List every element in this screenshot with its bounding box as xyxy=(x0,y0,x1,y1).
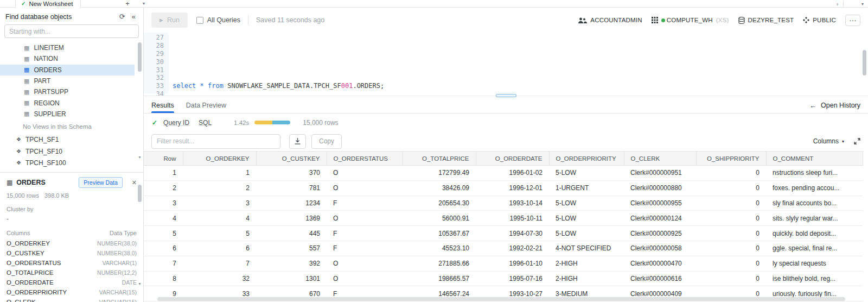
cell[interactable]: 3 xyxy=(183,196,256,211)
code-line[interactable] xyxy=(173,34,868,42)
cell[interactable]: 172799.49 xyxy=(403,166,476,181)
code-line[interactable] xyxy=(173,50,868,58)
detail-scrollbar-thumb[interactable] xyxy=(138,185,142,202)
collapse-sidebar-icon[interactable]: « xyxy=(132,12,136,21)
column-header-o_clerk[interactable]: O_CLERK xyxy=(624,152,696,166)
editor-code[interactable]: select * from SNOWFLAKE_SAMPLE_DATA.TPCH… xyxy=(169,33,868,93)
cell[interactable]: O xyxy=(327,211,403,226)
cell[interactable]: 0 xyxy=(696,211,766,226)
sidebar-schema-tpch_sf1[interactable]: ❖TPCH_SF1 xyxy=(0,134,143,146)
cell[interactable]: O xyxy=(327,256,403,271)
object-search-input[interactable] xyxy=(4,24,139,38)
cell[interactable]: 205654.30 xyxy=(403,196,476,211)
detail-scroll-down-icon[interactable]: ▼ xyxy=(138,282,142,286)
sidebar-schema-tpch_sf100[interactable]: ❖TPCH_SF100 xyxy=(0,157,143,169)
database-selector[interactable]: DEZYRE_TEST xyxy=(738,17,794,24)
all-queries-checkbox[interactable] xyxy=(196,17,203,24)
tab-data-preview[interactable]: Data Preview xyxy=(186,98,226,113)
cell[interactable]: 370 xyxy=(256,166,327,181)
sidebar-table-orders[interactable]: ▦ORDERS xyxy=(0,65,135,76)
cell[interactable]: 0 xyxy=(696,271,766,286)
cell[interactable]: Clerk#000000951 xyxy=(624,166,696,181)
cell[interactable]: 557 xyxy=(256,241,327,256)
cell[interactable]: 5-LOW xyxy=(549,226,624,241)
cell[interactable]: O xyxy=(327,166,403,181)
tabbar-menu-caret-icon[interactable]: ▾ xyxy=(861,2,864,7)
cell[interactable]: 4 xyxy=(144,211,183,226)
tab-new-worksheet[interactable]: ✓ New Worksheet xyxy=(15,0,81,8)
cell[interactable]: 0 xyxy=(696,241,766,256)
cell[interactable]: 1996-01-10 xyxy=(476,256,549,271)
cell[interactable]: 5 xyxy=(144,226,183,241)
sidebar-schema-tpch_sf10[interactable]: ❖TPCH_SF10 xyxy=(0,146,143,158)
cell[interactable]: 781 xyxy=(256,180,327,196)
tab-results[interactable]: Results xyxy=(151,98,174,113)
cell[interactable]: 1995-07-16 xyxy=(476,271,549,286)
cell[interactable]: F xyxy=(327,241,403,256)
refresh-icon[interactable]: ⟳ xyxy=(119,12,125,21)
sidebar-table-nation[interactable]: ▦NATION xyxy=(0,53,135,64)
cell[interactable]: F xyxy=(327,196,403,211)
cell[interactable]: 1996-12-01 xyxy=(476,180,549,196)
download-results-button[interactable] xyxy=(289,134,306,149)
cell[interactable]: Clerk#000000925 xyxy=(624,226,696,241)
editor-scrollbar-thumb[interactable] xyxy=(863,50,866,76)
cell[interactable]: 0 xyxy=(696,180,766,196)
column-header-o_orderpriority[interactable]: O_ORDERPRIORITY xyxy=(549,152,624,166)
cell[interactable]: O xyxy=(327,271,403,286)
column-header-o_totalprice[interactable]: O_TOTALPRICE xyxy=(403,152,476,166)
cell[interactable]: 7 xyxy=(183,256,256,271)
cell[interactable]: 1995-10-11 xyxy=(476,211,549,226)
panel-splitter[interactable] xyxy=(144,93,868,98)
cell[interactable]: ggle. special, final re... xyxy=(766,241,863,256)
cell[interactable]: 1234 xyxy=(256,196,327,211)
role-selector[interactable]: ACCOUNTADMIN xyxy=(578,17,642,23)
cell[interactable]: 5-LOW xyxy=(549,211,624,226)
cell[interactable]: 5 xyxy=(183,226,256,241)
column-header-o_comment[interactable]: O_COMMENT xyxy=(766,152,863,166)
horizontal-scrollbar-thumb[interactable] xyxy=(157,297,845,301)
cell[interactable]: Clerk#000000955 xyxy=(624,196,696,211)
cell[interactable]: 0 xyxy=(696,166,766,181)
sidebar-table-part[interactable]: ▦PART xyxy=(0,76,135,86)
cell[interactable]: 0 xyxy=(696,226,766,241)
cell[interactable]: O xyxy=(327,180,403,196)
copy-button[interactable]: Copy xyxy=(311,134,342,149)
code-line[interactable] xyxy=(173,42,868,50)
cell[interactable]: 1992-02-21 xyxy=(476,241,549,256)
cell[interactable]: nstructions sleep furi... xyxy=(766,166,863,181)
cell[interactable]: 1301 xyxy=(256,271,327,286)
cell[interactable]: 6 xyxy=(144,241,183,256)
cell[interactable]: Clerk#000000470 xyxy=(624,256,696,271)
warehouse-selector[interactable]: COMPUTE_WH (XS) xyxy=(652,17,729,23)
preview-data-button[interactable]: Preview Data xyxy=(79,177,122,188)
expand-results-icon[interactable] xyxy=(854,138,860,144)
cell[interactable]: 1 xyxy=(183,166,256,181)
cell[interactable]: 8 xyxy=(144,271,183,286)
cell[interactable]: sits. slyly regular war... xyxy=(766,211,863,226)
cell[interactable]: 1 xyxy=(144,166,183,181)
cell[interactable]: 2 xyxy=(183,180,256,196)
new-tab-button[interactable]: + xyxy=(125,1,130,7)
open-history-button[interactable]: ← Open History xyxy=(809,98,860,113)
cell[interactable]: 1-URGENT xyxy=(549,180,624,196)
cell[interactable]: 45523.10 xyxy=(403,241,476,256)
cell[interactable]: sly final accounts bo... xyxy=(766,196,863,211)
sidebar-table-partsupp[interactable]: ▦PARTSUPP xyxy=(0,86,135,97)
cell[interactable]: 198665.57 xyxy=(403,271,476,286)
cell[interactable]: quickly. bold deposit... xyxy=(766,226,863,241)
cell[interactable]: 392 xyxy=(256,256,327,271)
column-header-o_orderdate[interactable]: O_ORDERDATE xyxy=(476,152,549,166)
code-line[interactable] xyxy=(173,58,868,66)
cell[interactable]: 2 xyxy=(144,180,183,196)
cell[interactable]: 1993-10-14 xyxy=(476,196,549,211)
run-button[interactable]: ▶ Run xyxy=(151,12,188,28)
tree-scroll-down-icon[interactable]: ▼ xyxy=(138,155,142,159)
cell[interactable]: 2-HIGH xyxy=(549,271,624,286)
cell[interactable]: 1996-01-02 xyxy=(476,166,549,181)
columns-dropdown[interactable]: Columns ▾ xyxy=(813,137,844,145)
column-header-o_custkey[interactable]: O_CUSTKEY xyxy=(256,152,327,166)
sql-editor[interactable]: 2728293031323334 select * from SNOWFLAKE… xyxy=(144,33,868,93)
cell[interactable]: 3 xyxy=(144,196,183,211)
column-header-row[interactable]: Row xyxy=(144,152,183,166)
